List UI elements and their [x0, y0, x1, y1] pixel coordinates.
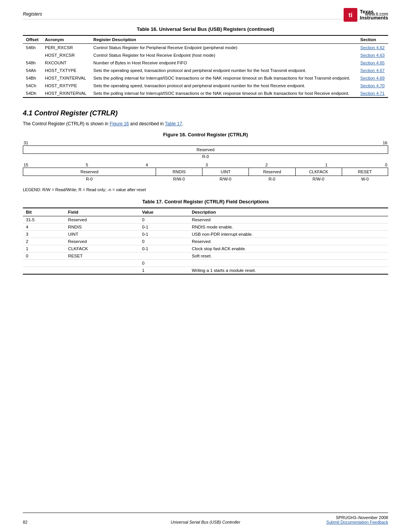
figure16-link[interactable]: Figure 16	[110, 121, 129, 126]
upper-reserved-cell: Reserved	[23, 145, 388, 154]
upper-bit-labels: 31 16	[23, 141, 388, 145]
cell-bit: 4	[23, 224, 65, 231]
desc-col-description: Description	[189, 208, 388, 216]
table-row: 1Writing a 1 starts a module reset.	[23, 267, 388, 275]
cell-description: USB non-PDR interrupt enable.	[189, 231, 388, 238]
cell-value: 0-1	[139, 245, 189, 252]
cell-field: Reserved	[65, 216, 139, 224]
registers-table: Offset Acronym Register Description Sect…	[23, 35, 388, 98]
bit-3-label: 3	[206, 163, 208, 167]
cell-value: 0-1	[139, 224, 189, 231]
cell-offset: 546h	[23, 44, 42, 52]
bit-1-label: 1	[325, 163, 328, 167]
cell-offset: 548h	[23, 59, 42, 67]
cell-description: Clock stop fast ACK enable.	[189, 245, 388, 252]
cell-acronym: HOST_RXCSR	[42, 51, 90, 59]
footer-center-text: Universal Serial Bus (USB) Controller	[171, 520, 241, 524]
cell-section[interactable]: Section 4.65	[357, 59, 388, 67]
clkfack-sub: R/W-0	[295, 177, 342, 181]
cell-section[interactable]: Section 4.67	[357, 67, 388, 74]
ti-emblem-icon: ti	[343, 8, 358, 22]
cell-value: 1	[139, 267, 189, 275]
section-41-intro: The Control Register (CTRLR) is shown in…	[23, 121, 388, 126]
table-row: 2Reserved0Reserved	[23, 238, 388, 245]
cell-acronym: HOST_TXTYPE	[42, 67, 90, 74]
cell-acronym: HOST_RXTYPE	[42, 82, 90, 89]
table-row: 546hPERI_RXCSRControl Status Register fo…	[23, 44, 388, 52]
cell-description: RNDIS mode enable.	[189, 224, 388, 231]
upper-reg-row: 31 16 Reserved R-0	[23, 141, 388, 159]
clkfack-cell: CLKFACK	[295, 168, 342, 176]
upper-sub-labels: R-0	[23, 154, 388, 159]
svg-text:ti: ti	[348, 11, 352, 19]
cell-description	[189, 260, 388, 267]
cell-description: Sets the operating speed, transaction pr…	[90, 82, 357, 89]
cell-acronym: HOST_TXINTERVAL	[42, 74, 90, 82]
upper-sub-label: R-0	[202, 154, 209, 159]
cell-description: Sets the operating speed, transaction pr…	[90, 67, 357, 74]
cell-description: Number of Bytes in Host Receive endpoint…	[90, 59, 357, 67]
cell-acronym: HOST_RXINTERVAL	[42, 89, 90, 97]
cell-section[interactable]: Section 4.70	[357, 82, 388, 89]
cell-bit: 31-5	[23, 216, 65, 224]
uint-sub: R/W-0	[202, 177, 249, 181]
cell-section[interactable]: Section 4.63	[357, 51, 388, 59]
ti-logo: ti Texas Instruments	[343, 8, 388, 22]
cell-section[interactable]: Section 4.69	[357, 74, 388, 82]
lower-reg-row: 15 5 4 3 2 1 0 Reserved RNDIS UINT Reser…	[23, 163, 388, 181]
section-41-heading: 4.1 Control Register (CTRLR)	[23, 109, 388, 117]
bit-0-label: 0	[385, 163, 387, 167]
register-diagram: 31 16 Reserved R-0 15 5 4 3 2 1 0	[23, 141, 388, 181]
table-row: 0RESETSoft reset.	[23, 252, 388, 260]
bit-5-label: 5	[86, 163, 88, 167]
cell-section[interactable]: Section 4.62	[357, 44, 388, 52]
cell-bit: 2	[23, 238, 65, 245]
cell-section[interactable]: Section 4.71	[357, 89, 388, 97]
footer-feedback-link[interactable]: Submit Documentation Feedback	[326, 520, 388, 524]
col-acronym: Acronym	[42, 35, 90, 44]
cell-field: Reserved	[65, 238, 139, 245]
footer-doc-number: SPRUGH3–November 2008	[326, 515, 388, 520]
table16-title: Table 16. Universal Serial Bus (USB) Reg…	[23, 26, 388, 32]
cell-offset: 54Ch	[23, 82, 42, 89]
figure16-title: Figure 16. Control Register (CTRLR)	[23, 132, 388, 137]
uint-cell: UINT	[202, 168, 249, 176]
reset-sub: W-0	[342, 177, 388, 181]
table17-link[interactable]: Table 17	[165, 121, 182, 126]
cell-description: Sets the polling interval for Interrupt/…	[90, 74, 357, 82]
cell-value: 0	[139, 238, 189, 245]
reset-cell: RESET	[342, 168, 388, 176]
cell-bit: 3	[23, 231, 65, 238]
table-row: HOST_RXCSRControl Status Register for Ho…	[23, 51, 388, 59]
cell-acronym: PERI_RXCSR	[42, 44, 90, 52]
lower-reserved-cell: Reserved	[23, 168, 156, 176]
ti-brand-text: Texas Instruments	[360, 9, 388, 21]
cell-acronym: RXCOUNT	[42, 59, 90, 67]
reserved2-cell: Reserved	[249, 168, 295, 176]
footer-page-number: 82	[23, 520, 27, 524]
bit-16: 16	[383, 141, 387, 145]
cell-field: RNDIS	[65, 224, 139, 231]
desc-col-field: Field	[65, 208, 139, 216]
table-row: 1CLKFACK0-1Clock stop fast ACK enable.	[23, 245, 388, 252]
cell-bit	[23, 260, 65, 267]
col-offset: Offset	[23, 35, 42, 44]
table-row: 54ChHOST_RXTYPESets the operating speed,…	[23, 82, 388, 89]
cell-description: Control Status Register for Peripheral R…	[90, 44, 357, 52]
table-row: 4RNDIS0-1RNDIS mode enable.	[23, 224, 388, 231]
rndis-cell: RNDIS	[156, 168, 202, 176]
register-legend: LEGEND: R/W = Read/Write; R = Read only;…	[23, 187, 388, 192]
page: ti Texas Instruments Registers www.ti.co…	[0, 0, 411, 532]
bit-2-label: 2	[265, 163, 268, 167]
header-registers: Registers	[23, 11, 42, 17]
lower-reserved-sub: R-0	[23, 177, 156, 181]
table-row: 3UINT0-1USB non-PDR interrupt enable.	[23, 231, 388, 238]
desc-table: Bit Field Value Description 31-5Reserved…	[23, 208, 388, 275]
table-row: 54BhHOST_TXINTERVALSets the polling inte…	[23, 74, 388, 82]
cell-description: Reserved	[189, 216, 388, 224]
cell-description: Control Status Register for Host Receive…	[90, 51, 357, 59]
cell-description: Soft reset.	[189, 252, 388, 260]
cell-bit: 1	[23, 245, 65, 252]
cell-description: Writing a 1 starts a module reset.	[189, 267, 388, 275]
table-row: 31-5Reserved0Reserved	[23, 216, 388, 224]
